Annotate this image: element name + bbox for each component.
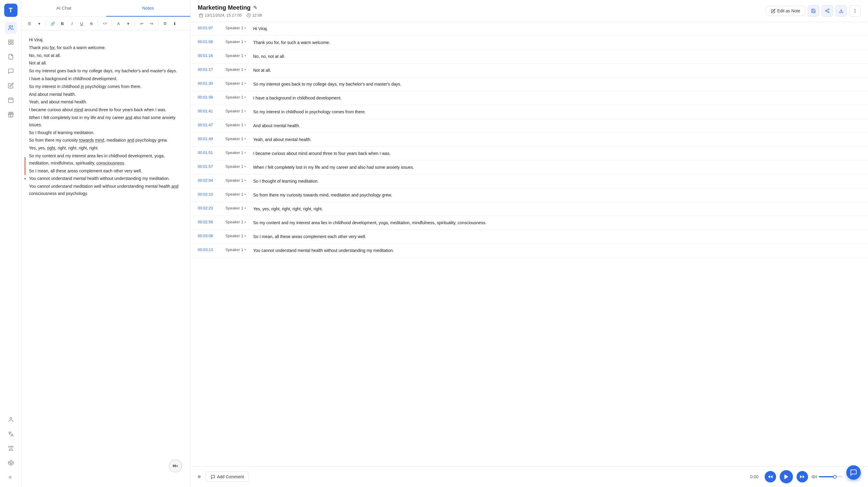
redo-button[interactable]: ↪ <box>147 19 156 28</box>
transcript-time[interactable]: 00:01:51 <box>198 150 222 155</box>
sidebar-item-translate[interactable] <box>5 428 17 440</box>
meeting-title-edit-icon[interactable]: ✎ <box>253 5 257 10</box>
save-action-button[interactable] <box>808 5 819 17</box>
transcript-text: So I mean, all these areas complement ea… <box>253 234 861 240</box>
speaker-chevron-icon[interactable]: ▾ <box>244 234 246 238</box>
speaker-chevron-icon[interactable]: ▾ <box>244 179 246 182</box>
transcript-speaker: Speaker 1 ▾ <box>225 220 250 224</box>
app-logo[interactable]: T <box>4 4 18 17</box>
sidebar-item-gift[interactable] <box>5 109 17 121</box>
transcript-time[interactable]: 00:01:17 <box>198 67 222 72</box>
italic-button[interactable]: I <box>68 19 76 28</box>
speaker-chevron-icon[interactable]: ▾ <box>244 137 246 141</box>
progress-dot[interactable] <box>198 475 201 478</box>
notification-badge[interactable]: 99+ <box>169 459 182 473</box>
add-comment-button[interactable]: Add Comment <box>206 471 249 482</box>
transcript-row: 00:03:08Speaker 1 ▾So I mean, all these … <box>190 230 868 244</box>
speaker-chevron-icon[interactable]: ▾ <box>244 82 246 85</box>
transcript-speaker: Speaker 1 ▾ <box>225 53 250 58</box>
transcript-time[interactable]: 00:03:08 <box>198 234 222 238</box>
transcript-time[interactable]: 00:03:13 <box>198 247 222 252</box>
transcript-time[interactable]: 00:01:49 <box>198 136 222 141</box>
sidebar-item-edit[interactable] <box>5 80 17 92</box>
align-chevron-button[interactable]: ▾ <box>35 19 43 28</box>
speaker-chevron-icon[interactable]: ▾ <box>244 26 246 30</box>
sidebar-item-chat[interactable] <box>5 65 17 77</box>
transcript-speaker: Speaker 1 ▾ <box>225 164 250 169</box>
speaker-chevron-icon[interactable]: ▾ <box>244 248 246 251</box>
transcript-time[interactable]: 00:01:07 <box>198 26 222 30</box>
rewind-button[interactable] <box>765 471 776 483</box>
svg-point-24 <box>855 9 855 10</box>
download-action-button[interactable] <box>835 5 847 17</box>
edit-as-note-button[interactable]: Edit as Note <box>766 6 805 16</box>
bold-button[interactable]: B <box>58 19 67 28</box>
transcript-time[interactable]: 00:01:16 <box>198 53 222 58</box>
transcript-speaker: Speaker 1 ▾ <box>225 81 250 86</box>
sidebar-item-lab[interactable] <box>5 443 17 454</box>
font-color-button[interactable]: A <box>114 19 123 28</box>
speaker-chevron-icon[interactable]: ▾ <box>244 95 246 99</box>
transcript-time[interactable]: 00:01:47 <box>198 123 222 127</box>
volume-fill <box>819 476 833 477</box>
transcript-row: 00:01:38Speaker 1 ▾I have a background i… <box>190 91 868 105</box>
transcript-time[interactable]: 00:01:38 <box>198 95 222 99</box>
chat-fab-button[interactable] <box>846 465 861 480</box>
speaker-chevron-icon[interactable]: ▾ <box>244 207 246 210</box>
volume-slider[interactable] <box>819 476 843 477</box>
sidebar-item-gem[interactable] <box>5 457 17 469</box>
play-button[interactable] <box>780 470 793 483</box>
speaker-chevron-icon[interactable]: ▾ <box>244 110 246 113</box>
speaker-chevron-icon[interactable]: ▾ <box>244 68 246 71</box>
sidebar-item-document[interactable] <box>5 51 17 63</box>
transcript-text: So my interest goes back to my college d… <box>253 81 861 87</box>
transcript-text: So I thought of learning meditation. <box>253 178 861 184</box>
edit-note-icon <box>771 9 775 13</box>
transcript-time[interactable]: 00:01:41 <box>198 109 222 113</box>
speaker-chevron-icon[interactable]: ▾ <box>244 123 246 127</box>
underline-button[interactable]: U <box>78 19 86 28</box>
transcript-time[interactable]: 00:01:30 <box>198 81 222 86</box>
svg-point-10 <box>10 417 12 420</box>
share-action-button[interactable] <box>822 5 833 17</box>
editor-line-16: So I mean, all these areas complement ea… <box>29 168 183 175</box>
strikethrough-button[interactable]: S <box>87 19 96 28</box>
code-button[interactable]: <> <box>101 19 109 28</box>
warning-bar <box>24 157 26 175</box>
sidebar-item-grid[interactable] <box>5 36 17 48</box>
transcript-time[interactable]: 00:02:58 <box>198 220 222 224</box>
volume-thumb <box>833 475 837 479</box>
editor-content[interactable]: ▾ Hi Viraj. Thank you for, for such a wa… <box>22 30 190 487</box>
toolbar-divider-3 <box>112 21 112 27</box>
speaker-chevron-icon[interactable]: ▾ <box>244 165 246 168</box>
align-button[interactable]: ☰ <box>25 19 34 28</box>
download-toolbar-button[interactable]: ⬇ <box>170 19 179 28</box>
sidebar-item-users[interactable] <box>5 22 17 34</box>
transcript-text: You cannot understand mental health with… <box>253 247 861 254</box>
transcript-time[interactable]: 00:02:04 <box>198 178 222 183</box>
transcript-speaker: Speaker 1 ▾ <box>225 234 250 238</box>
transcript-time[interactable]: 00:01:08 <box>198 39 222 44</box>
speaker-chevron-icon[interactable]: ▾ <box>244 151 246 154</box>
sidebar-item-calendar[interactable] <box>5 94 17 106</box>
meeting-title: Marketing Meeting ✎ <box>198 4 262 11</box>
speaker-chevron-icon[interactable]: ▾ <box>244 192 246 196</box>
copy-button[interactable]: ⧉ <box>161 19 169 28</box>
undo-button[interactable]: ↩ <box>137 19 146 28</box>
transcript-time[interactable]: 00:02:23 <box>198 206 222 210</box>
sidebar-item-person[interactable] <box>5 414 17 426</box>
font-color-chevron-button[interactable]: ▾ <box>124 19 132 28</box>
speaker-chevron-icon[interactable]: ▾ <box>244 54 246 57</box>
speaker-chevron-icon[interactable]: ▾ <box>244 40 246 43</box>
tab-ai-chat[interactable]: AI Chat <box>22 0 106 17</box>
fast-forward-button[interactable] <box>797 471 808 483</box>
transcript-time[interactable]: 00:01:57 <box>198 164 222 169</box>
link-button[interactable]: 🔗 <box>49 19 57 28</box>
speaker-chevron-icon[interactable]: ▾ <box>244 220 246 223</box>
transcript-time[interactable]: 00:02:10 <box>198 192 222 196</box>
transcript-speaker: Speaker 1 ▾ <box>225 136 250 141</box>
collapse-button[interactable] <box>5 471 17 483</box>
transcript-text: I have a background in childhood develop… <box>253 95 861 101</box>
tab-notes[interactable]: Notes <box>106 0 190 17</box>
more-actions-button[interactable] <box>849 5 861 17</box>
